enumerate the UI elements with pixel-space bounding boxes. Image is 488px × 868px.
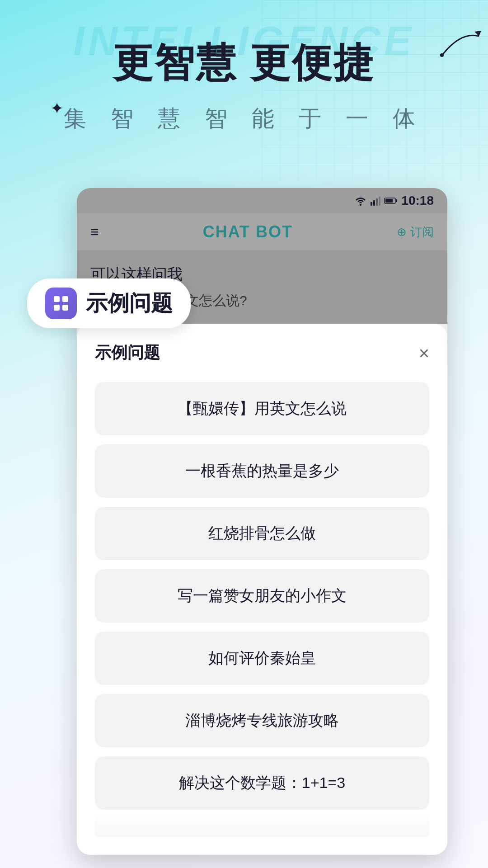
arrow-decoration (434, 27, 488, 63)
modal-header: 示例问题 × (95, 342, 429, 364)
hero-title-text: 更智慧 更便捷 (113, 40, 375, 85)
svg-rect-6 (62, 305, 68, 311)
question-item-text: 写一篇赞女朋友的小作文 (178, 587, 347, 604)
subscribe-button[interactable]: ⊕ 订阅 (397, 224, 434, 240)
svg-rect-5 (54, 305, 60, 311)
modal-title: 示例问题 (95, 342, 160, 364)
question-item-text: 一根香蕉的热量是多少 (185, 462, 339, 479)
question-item[interactable]: 淄博烧烤专线旅游攻略 (95, 694, 429, 747)
question-item[interactable]: 如何评价秦始皇 (95, 632, 429, 685)
svg-rect-4 (62, 296, 68, 302)
phone-container: 示例问题 (41, 188, 447, 855)
floating-label-icon (45, 288, 77, 319)
question-item[interactable]: 解决这个数学题：1+1=3 (95, 756, 429, 810)
svg-rect-9 (373, 200, 375, 206)
battery-icon (384, 197, 398, 205)
signal-icon (371, 196, 380, 206)
app-header: ≡ CHAT BOT ⊕ 订阅 (77, 213, 447, 250)
hero-section: INTELLIGENCE 更智慧 更便捷 集 智 慧 智 能 于 一 体 ✦ (0, 0, 488, 152)
floating-label: 示例问题 (27, 278, 191, 328)
floating-label-text: 示例问题 (86, 289, 173, 318)
svg-rect-13 (385, 199, 393, 203)
question-item-text: 【甄嬛传】用英文怎么说 (178, 400, 347, 417)
svg-rect-10 (376, 198, 378, 206)
question-item[interactable]: 一根香蕉的热量是多少 (95, 444, 429, 498)
modal-overlay: 示例问题 × 【甄嬛传】用英文怎么说 一根香蕉的热量是多少 红烧排骨怎么做 写一… (77, 324, 447, 855)
question-item[interactable]: 【甄嬛传】用英文怎么说 (95, 382, 429, 435)
question-list: 【甄嬛传】用英文怎么说 一根香蕉的热量是多少 红烧排骨怎么做 写一篇赞女朋友的小… (95, 382, 429, 810)
subscribe-plus-icon: ⊕ (397, 225, 407, 239)
close-button[interactable]: × (419, 344, 429, 362)
status-bar: 10:18 (77, 188, 447, 213)
question-item[interactable]: 写一篇赞女朋友的小作文 (95, 569, 429, 623)
svg-rect-14 (396, 199, 397, 202)
svg-rect-3 (54, 296, 60, 302)
question-item-text: 红烧排骨怎么做 (208, 524, 316, 542)
hero-title: 更智慧 更便捷 (27, 36, 461, 90)
svg-point-2 (440, 53, 444, 57)
hero-subtitle: 集 智 慧 智 能 于 一 体 (64, 104, 424, 134)
app-title: CHAT BOT (203, 222, 293, 241)
svg-rect-11 (379, 197, 380, 206)
question-item-text: 如何评价秦始皇 (208, 649, 316, 666)
question-item-text: 淄博烧烤专线旅游攻略 (185, 712, 339, 729)
subscribe-label: 订阅 (410, 224, 434, 240)
hero-subtitle-container: 集 智 慧 智 能 于 一 体 ✦ (64, 104, 424, 134)
grid-icon (52, 294, 70, 312)
question-item-text: 解决这个数学题：1+1=3 (179, 774, 345, 791)
bottom-fade (95, 810, 429, 837)
status-icons: 10:18 (354, 193, 434, 208)
wifi-icon (354, 196, 367, 206)
menu-icon[interactable]: ≡ (90, 224, 99, 241)
question-item[interactable]: 红烧排骨怎么做 (95, 507, 429, 560)
status-time: 10:18 (401, 193, 434, 208)
svg-point-7 (360, 204, 361, 206)
svg-rect-8 (371, 202, 372, 206)
sparkle-icon: ✦ (50, 99, 64, 118)
